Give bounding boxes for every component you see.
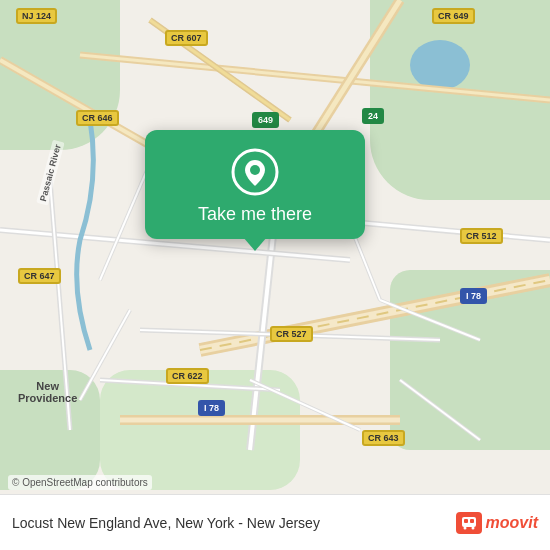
town-label-new-providence: NewProvidence [18,380,77,404]
shield-cr643: CR 643 [362,430,405,446]
road-layer [0,0,550,550]
moovit-logo: moovit [456,512,538,534]
svg-line-36 [400,380,480,440]
moovit-text: moovit [486,514,538,532]
shield-24: 24 [362,108,384,124]
shield-649: 649 [252,112,279,128]
bottom-bar: Locust New England Ave, New York - New J… [0,494,550,550]
shield-cr649: CR 649 [432,8,475,24]
shield-cr622: CR 622 [166,368,209,384]
svg-point-42 [463,526,466,529]
address-label: Locust New England Ave, New York - New J… [12,515,456,531]
svg-rect-41 [470,519,474,523]
shield-cr607: CR 607 [165,30,208,46]
shield-cr646: CR 646 [76,110,119,126]
svg-point-43 [471,526,474,529]
shield-i78a: I 78 [460,288,487,304]
popup-card[interactable]: Take me there [145,130,365,239]
map-attribution: © OpenStreetMap contributors [8,475,152,490]
shield-cr512: CR 512 [460,228,503,244]
location-pin-icon [231,148,279,196]
shield-cr527: CR 527 [270,326,313,342]
svg-rect-40 [464,519,468,523]
map-container: NJ 124 CR 607 CR 649 649 CR 646 24 CR 51… [0,0,550,550]
shield-cr647: CR 647 [18,268,61,284]
svg-point-38 [250,165,260,175]
shield-i78b: I 78 [198,400,225,416]
shield-nj124: NJ 124 [16,8,57,24]
svg-line-3 [80,55,550,100]
svg-line-32 [80,310,130,400]
popup-label: Take me there [198,204,312,225]
moovit-bus-icon [456,512,482,534]
